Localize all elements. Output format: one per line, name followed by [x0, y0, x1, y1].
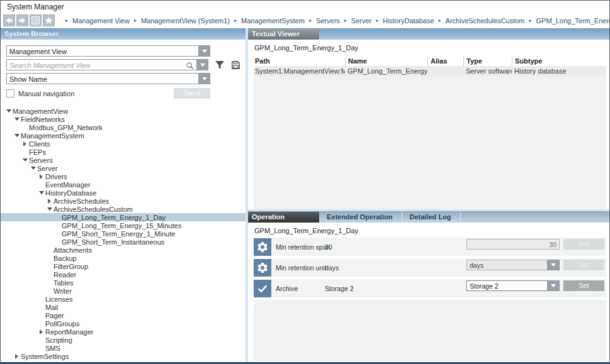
tree-item[interactable]: GPM_Short_Term_Instantaneous	[1, 238, 246, 246]
main-area: System Browser Management View	[1, 28, 609, 362]
tree-item[interactable]: Writer	[1, 287, 246, 295]
display-mode-dropdown-button[interactable]	[198, 73, 210, 84]
breadcrumb-item[interactable]: ManagementView (System1)	[141, 17, 230, 25]
tab-extended-operation[interactable]: Extended Operation	[319, 212, 402, 223]
breadcrumb-item[interactable]: HistoryDatabase	[383, 17, 434, 25]
dropdown-value: days	[466, 260, 547, 270]
filter-button[interactable]	[215, 60, 225, 70]
tree-expander-icon[interactable]	[21, 141, 29, 146]
tree-item[interactable]: ManagementView	[1, 107, 246, 115]
tree-expander-icon[interactable]	[37, 174, 45, 179]
tree-item[interactable]: Server	[1, 164, 246, 172]
tree-item[interactable]: Clients	[1, 140, 246, 148]
tree-item[interactable]: FEPs	[1, 148, 246, 156]
tree-item[interactable]: GPM_Long_Term_Energy_15_Minutes	[1, 221, 246, 229]
tree-expander-icon[interactable]	[45, 199, 54, 204]
tree-item[interactable]: ReportManager	[1, 328, 246, 336]
tree-item[interactable]: FilterGroup	[1, 262, 246, 270]
column-header-subtype[interactable]: Subtype	[512, 57, 606, 66]
breadcrumb-item[interactable]: ArchiveSchedulesCustom	[446, 17, 525, 25]
tree-expander-icon[interactable]	[13, 134, 21, 137]
favorites-button[interactable]	[43, 14, 55, 26]
display-mode-value: Show Name	[9, 75, 47, 83]
set-button[interactable]: Set	[563, 280, 604, 291]
tree-item[interactable]: ArchiveSchedulesCustom	[1, 205, 246, 213]
operation-panel: OperationExtended OperationDetailed Log …	[248, 211, 609, 362]
tree-expander-icon[interactable]	[21, 158, 29, 162]
tree-expander-icon[interactable]	[37, 191, 45, 194]
tree-item-label: FilterGroup	[54, 263, 88, 270]
dropdown-arrow-button[interactable]	[547, 280, 560, 291]
tree-item-label: GPM_Short_Term_Energy_1_Minute	[62, 230, 175, 238]
search-dropdown-button[interactable]	[196, 59, 208, 70]
column-header-type[interactable]: Type	[463, 57, 512, 66]
tree-item[interactable]: Modbus_GPM_Network	[1, 123, 246, 131]
tree-item[interactable]: SMS	[1, 344, 246, 352]
manual-navigation-checkbox[interactable]	[6, 89, 14, 97]
column-header-alias[interactable]: Alias	[427, 57, 463, 66]
tree-item[interactable]: Scripting	[1, 336, 246, 344]
tree-item[interactable]: EventManager	[1, 180, 246, 189]
arrow-right-icon	[18, 16, 27, 25]
chevron-collapsed-icon	[23, 141, 26, 146]
breadcrumb-item[interactable]: GPM_Long_Term_Energy_1_Day	[536, 17, 610, 25]
save-button[interactable]	[231, 60, 240, 70]
operation-content: GPM_Long_Term_Energy_1_Day Min retention…	[248, 223, 609, 362]
tree-expander-icon[interactable]	[37, 329, 45, 334]
search-input[interactable]	[9, 62, 183, 69]
tree-item[interactable]: Attachments	[1, 246, 246, 254]
retention-span-input[interactable]	[466, 239, 560, 250]
table-row[interactable]: System1.ManagementView:Manage...GPM_Long…	[254, 66, 606, 76]
tab-operation[interactable]: Operation	[248, 212, 319, 223]
tree-item[interactable]: Mail	[1, 303, 246, 311]
display-mode-selector[interactable]: Show Name	[6, 73, 210, 84]
tree-expander-icon[interactable]	[4, 109, 13, 113]
tree-item[interactable]: Servers	[1, 156, 246, 164]
tree-item[interactable]: PollGroups	[1, 319, 246, 328]
filter-icon	[215, 60, 225, 70]
tree-item[interactable]: ManagementSystem	[1, 131, 246, 140]
breadcrumb-separator: ▸	[234, 18, 237, 23]
tree-item-label: Modbus_GPM_Network	[29, 124, 103, 131]
tree-item[interactable]: SystemSettings	[1, 352, 246, 360]
dropdown-arrow-button[interactable]	[547, 260, 560, 270]
tree-item[interactable]: Licenses	[1, 295, 246, 303]
view-selector[interactable]: Management View	[6, 45, 210, 57]
tree-item[interactable]: Drivers	[1, 172, 246, 180]
tree-expander-icon[interactable]	[13, 354, 21, 359]
view-selector-dropdown-button[interactable]	[198, 45, 210, 57]
textual-viewer-tab[interactable]: Textual Viewer	[248, 29, 319, 40]
tree-item[interactable]: Reader	[1, 270, 246, 279]
value-dropdown[interactable]: Storage 2	[466, 280, 560, 291]
tree-item[interactable]: GPM_Short_Term_Energy_1_Minute	[1, 229, 246, 238]
system-manager-window: System Manager ▸Management View▸Manageme…	[0, 0, 610, 364]
tree-item[interactable]: Backup	[1, 254, 246, 262]
tree-item[interactable]: HistoryDatabase	[1, 189, 246, 197]
forward-button[interactable]	[16, 14, 28, 26]
send-button[interactable]: Send	[174, 88, 210, 99]
tree-expander-icon[interactable]	[45, 207, 54, 211]
recent-button[interactable]	[30, 14, 42, 26]
tree-item[interactable]: Pager	[1, 311, 246, 319]
breadcrumb-item[interactable]: ManagementSystem	[241, 17, 305, 25]
tree-expander-icon[interactable]	[29, 167, 37, 170]
back-button[interactable]	[3, 14, 15, 26]
tree-item-label: Backup	[54, 255, 77, 262]
tree-item[interactable]: Tables	[1, 279, 246, 287]
tree-item[interactable]: ArchiveSchedules	[1, 197, 246, 205]
tree-item[interactable]: GPM_Long_Term_Energy_1_Day	[1, 213, 246, 221]
chevron-collapsed-icon	[40, 174, 43, 179]
tab-detailed-log[interactable]: Detailed Log	[402, 212, 461, 223]
tree-item-label: ManagementView	[13, 108, 68, 115]
tree-item[interactable]: FieldNetworks	[1, 115, 246, 123]
breadcrumb-item[interactable]: Server	[351, 17, 371, 25]
breadcrumb-item[interactable]: Servers	[316, 17, 340, 25]
tree-expander-icon[interactable]	[13, 118, 21, 121]
column-header-name[interactable]: Name	[345, 57, 427, 66]
breadcrumb-item[interactable]: Management View	[72, 17, 130, 25]
value-dropdown[interactable]: days	[466, 260, 560, 270]
search-icon	[186, 62, 194, 70]
tree-item-label: Servers	[29, 157, 53, 164]
system-browser-tree: ManagementViewFieldNetworksModbus_GPM_Ne…	[1, 106, 246, 362]
column-header-path[interactable]: Path	[254, 57, 345, 66]
